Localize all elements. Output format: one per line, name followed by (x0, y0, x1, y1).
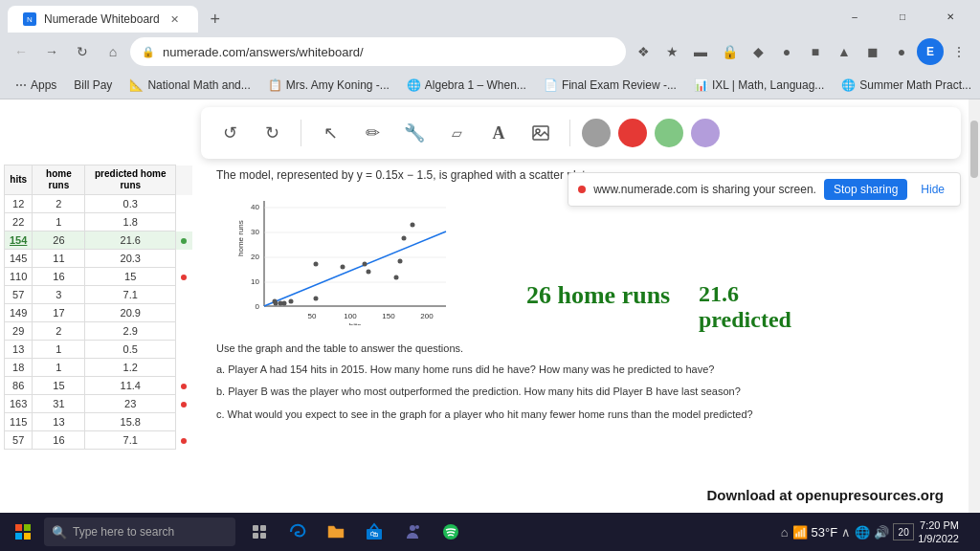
cell-hits: 29 (5, 322, 33, 341)
svg-point-28 (341, 265, 345, 270)
text-tool-button[interactable]: A (481, 116, 516, 150)
cell-hits: 13 (5, 341, 33, 359)
data-table-area: hits home runs predicted home runs 12 2 … (0, 99, 196, 551)
chevron-up-icon[interactable]: ∧ (841, 525, 851, 540)
cell-homeruns: 11 (33, 250, 85, 268)
extensions-icon[interactable]: ❖ (630, 38, 657, 65)
bookmark-ixl-icon: 📊 (694, 78, 708, 92)
bookmark-algebra-label: Algebra 1 – When... (425, 78, 526, 92)
scrollbar-thumb[interactable] (970, 121, 978, 178)
minimize-button[interactable]: – (833, 3, 877, 30)
data-table: hits home runs predicted home runs 12 2 … (4, 165, 192, 450)
tab-title: Numerade Whiteboard (44, 12, 160, 26)
taskbar-search[interactable]: 🔍 Type here to search (44, 518, 235, 546)
taskbar-app-taskview[interactable] (241, 514, 278, 550)
taskbar-sys-tray: ⌂ 📶 53°F ∧ 🌐 🔊 20 7:20 PM 1/9/2022 (773, 514, 976, 550)
bookmark-algebra[interactable]: 🌐 Algebra 1 – When... (399, 76, 534, 95)
taskbar-app-teams[interactable] (394, 514, 431, 550)
taskbar-app-edge[interactable] (279, 514, 316, 550)
hide-button[interactable]: Hide (915, 179, 950, 200)
annotation-text-1: 26 home runs (526, 281, 670, 309)
select-tool-button[interactable]: ↖ (313, 116, 347, 150)
eraser-tool-button[interactable]: ▱ (439, 116, 474, 150)
bookmark-mrsamy[interactable]: 📋 Mrs. Amy Koning -... (260, 76, 397, 95)
bookmark-billpay[interactable]: Bill Pay (66, 76, 120, 95)
start-button[interactable] (4, 514, 42, 550)
bookmark-summermath[interactable]: 🌐 Summer Math Pract... (834, 76, 979, 95)
close-button[interactable]: ✕ (928, 3, 972, 30)
active-tab[interactable]: N Numerade Whiteboard ✕ (8, 6, 198, 33)
puzzle-icon[interactable]: ◼ (859, 38, 886, 65)
svg-point-21 (394, 276, 399, 280)
table-row: 29 2 2.9 (5, 322, 192, 341)
bookmark-nationalmath-icon: 📐 (129, 78, 144, 92)
cell-hits: 115 (5, 413, 33, 431)
table-row: 110 16 15 (5, 268, 192, 286)
battery-icon: ⌂ (781, 525, 789, 540)
url-bar[interactable]: 🔒 numerade.com/answers/whiteboard/ (130, 37, 626, 66)
redo-button[interactable]: ↻ (255, 116, 289, 150)
bookmark-finalexam[interactable]: 📄 Final Exam Review -... (536, 76, 684, 95)
color-gray[interactable] (582, 119, 611, 147)
forward-button[interactable]: → (38, 38, 65, 65)
question-c: c. What would you expect to see in the g… (216, 407, 947, 424)
color-green[interactable] (655, 119, 683, 147)
home-button[interactable]: ⌂ (100, 38, 126, 65)
taskbar-app-explorer[interactable] (318, 514, 354, 550)
ext3-icon[interactable]: ● (773, 38, 800, 65)
stop-sharing-button[interactable]: Stop sharing (824, 179, 907, 200)
bookmark-nationalmath-label: National Math and... (147, 78, 250, 92)
bookmark-nationalmath[interactable]: 📐 National Math and... (122, 76, 257, 95)
ext5-icon[interactable]: ▲ (831, 38, 858, 65)
taskbar-app-store[interactable]: 🛍 (356, 514, 392, 550)
ext4-icon[interactable]: ■ (802, 38, 829, 65)
reload-button[interactable]: ↻ (69, 38, 96, 65)
ext1-icon[interactable]: 🔒 (716, 38, 743, 65)
maximize-button[interactable]: □ (880, 3, 924, 30)
cast-icon[interactable]: ▬ (687, 38, 714, 65)
bookmark-finalexam-label: Final Exam Review -... (562, 78, 677, 92)
sharing-dot-icon (578, 186, 586, 193)
table-row: 18 1 1.2 (5, 359, 192, 377)
col-header-homeruns: home runs (33, 165, 85, 195)
tab-close-button[interactable]: ✕ (167, 11, 183, 27)
tab-favicon: N (23, 12, 36, 26)
pen-tool-button[interactable]: ✏ (355, 116, 390, 150)
system-clock[interactable]: 7:20 PM 1/9/2022 (918, 518, 959, 546)
svg-text:150: 150 (382, 312, 395, 320)
table-row: 145 11 20.3 (5, 250, 192, 268)
cell-homeruns: 17 (33, 304, 85, 322)
cell-hits: 22 (5, 213, 33, 231)
scrollbar[interactable] (969, 99, 980, 513)
back-button[interactable]: ← (8, 38, 34, 65)
svg-rect-36 (15, 533, 22, 540)
color-red[interactable] (618, 119, 647, 147)
ext2-icon[interactable]: ◆ (745, 38, 771, 65)
menu-icon[interactable]: ⋮ (946, 38, 972, 65)
tools-button[interactable]: 🔧 (397, 116, 432, 150)
image-tool-button[interactable] (523, 116, 558, 150)
bookmark-ixl[interactable]: 📊 IXL | Math, Languag... (686, 76, 832, 95)
color-purple[interactable] (691, 119, 720, 147)
profile-icon[interactable]: E (917, 38, 944, 65)
svg-rect-38 (253, 525, 258, 531)
address-bar: ← → ↻ ⌂ 🔒 numerade.com/answers/whiteboar… (0, 33, 980, 71)
taskbar-app-spotify[interactable] (433, 514, 469, 550)
svg-rect-39 (260, 525, 266, 531)
svg-point-44 (410, 525, 415, 531)
svg-rect-37 (24, 533, 31, 540)
new-tab-button[interactable]: + (202, 6, 229, 33)
security-icon: 🔒 (142, 46, 155, 58)
language-badge[interactable]: 20 (893, 523, 914, 540)
cell-predicted: 23 (85, 395, 176, 413)
bookmark-icon[interactable]: ★ (658, 38, 685, 65)
bookmark-apps[interactable]: ⋯ Apps (8, 76, 64, 95)
show-desktop-button[interactable] (963, 514, 969, 550)
cell-predicted: 7.1 (85, 286, 176, 304)
table-row: 154 26 21.6 (5, 231, 192, 250)
svg-point-30 (367, 270, 371, 275)
cell-predicted: 15.8 (85, 413, 176, 431)
undo-button[interactable]: ↺ (212, 116, 247, 150)
svg-point-27 (278, 301, 283, 306)
record-icon[interactable]: ● (888, 38, 915, 65)
